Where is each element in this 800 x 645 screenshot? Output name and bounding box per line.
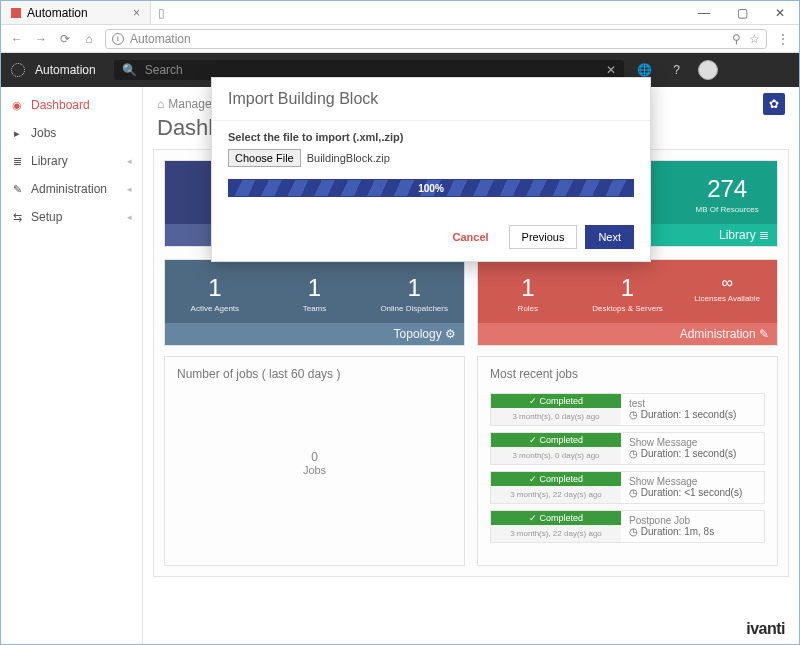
import-modal: Import Building Block Select the file to… [211,77,651,262]
progress-value: 100% [418,183,444,194]
previous-button[interactable]: Previous [509,225,578,249]
upload-progress: 100% [228,179,634,197]
choose-file-button[interactable]: Choose File [228,149,301,167]
cancel-button[interactable]: Cancel [441,225,501,249]
browser-window: Automation × ▯ — ▢ ✕ ← → ⟳ ⌂ i Automatio… [0,0,800,645]
selected-file-name: BuildingBlock.zip [307,152,390,164]
modal-title: Import Building Block [212,78,650,121]
modal-instruction: Select the file to import (.xml,.zip) [228,131,634,143]
next-button[interactable]: Next [585,225,634,249]
